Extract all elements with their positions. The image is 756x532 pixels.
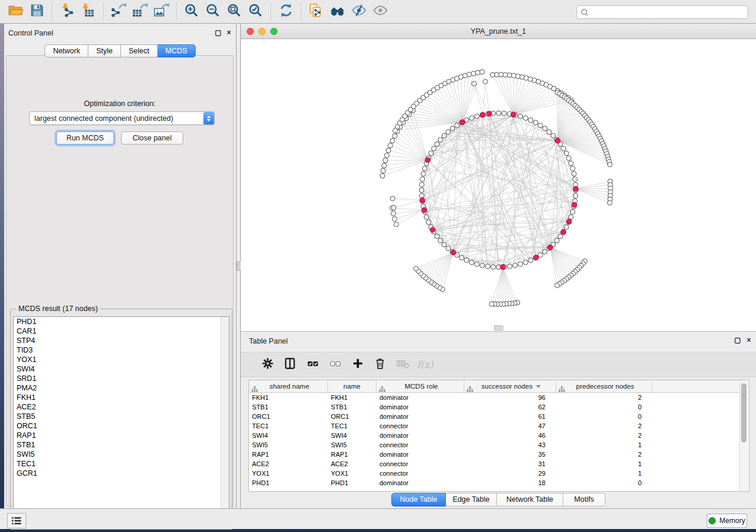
float-icon[interactable]: ▢ [214, 28, 222, 37]
column-header-name[interactable]: name [328, 380, 377, 392]
mcds-node-item[interactable]: SWI5 [14, 450, 229, 459]
cell-name: FKH1 [328, 393, 377, 402]
cell-shared-name: SWI5 [249, 440, 328, 450]
cell-name: ORC1 [328, 412, 377, 421]
cell-successor-nodes: 35 [464, 450, 556, 459]
mcds-list-scrollbar[interactable] [221, 317, 229, 526]
refresh-button[interactable] [275, 2, 296, 22]
tab-mcds[interactable]: MCDS [158, 44, 196, 57]
save-session-button[interactable] [26, 2, 47, 22]
mcds-node-item[interactable]: STB1 [14, 440, 229, 450]
horizontal-splitter-grip[interactable] [494, 325, 503, 331]
table-row[interactable]: TEC1TEC1connector472 [249, 421, 749, 431]
search-network-button[interactable] [327, 2, 348, 22]
cell-successor-nodes: 43 [464, 440, 556, 450]
hide-selected-button[interactable] [348, 2, 369, 22]
open-file-button[interactable] [5, 2, 26, 22]
table-row[interactable]: PHD1PHD1dominator180 [249, 478, 749, 488]
search-box[interactable] [576, 5, 748, 19]
table-row[interactable]: STB1STB1dominator620 [249, 402, 749, 412]
memory-button[interactable]: Memory [707, 514, 747, 528]
float-icon[interactable]: ▢ [733, 336, 742, 344]
cell-mcds-role: dominator [377, 450, 464, 459]
table-scrollbar-thumb[interactable] [741, 383, 747, 443]
cell-shared-name: YOX1 [249, 469, 328, 478]
show-all-icon [372, 3, 388, 20]
zoom-selected-button[interactable] [245, 2, 266, 22]
zoom-fit-button[interactable] [224, 2, 245, 22]
zoom-out-button[interactable] [202, 2, 224, 22]
mcds-node-item[interactable]: ACE2 [14, 402, 229, 412]
export-table-button[interactable] [129, 2, 151, 22]
mcds-node-item[interactable]: TID3 [14, 345, 229, 355]
task-history-button[interactable] [7, 513, 26, 528]
tab-network-table[interactable]: Network Table [497, 493, 563, 507]
column-header-successor-nodes[interactable]: successor nodes [464, 380, 556, 392]
mcds-node-item[interactable]: FKH1 [14, 393, 229, 402]
add-column-button[interactable] [346, 356, 369, 374]
table-row[interactable]: ORC1ORC1dominator610 [249, 412, 749, 421]
table-row[interactable]: FKH1FKH1dominator962 [249, 393, 749, 402]
close-panel-button[interactable]: Close panel [121, 132, 183, 145]
tab-node-table[interactable]: Node Table [391, 493, 446, 507]
export-network-button[interactable] [108, 2, 129, 22]
attributes-gear-button[interactable] [256, 356, 279, 374]
criterion-dropdown[interactable]: largest connected component (undirected) [29, 111, 215, 125]
tab-network[interactable]: Network [44, 44, 88, 57]
mcds-node-item[interactable]: ORC1 [14, 421, 229, 431]
cell-name: STB1 [328, 402, 377, 412]
clone-network-button[interactable] [305, 2, 327, 22]
mcds-node-item[interactable]: STB5 [14, 412, 229, 421]
mcds-node-item[interactable]: RAP1 [14, 431, 229, 440]
export-table-icon [132, 3, 148, 20]
mcds-node-item[interactable]: PHD1 [14, 317, 229, 326]
mcds-result-items: PHD1CAR1STP4TID3YOX1SWI4SRD1PMA2FKH1ACE2… [14, 317, 229, 478]
tab-style[interactable]: Style [88, 44, 121, 57]
table-tabs: Node TableEdge TableNetwork TableMotifs [241, 493, 756, 507]
show-all-button[interactable] [369, 2, 391, 22]
mcds-node-item[interactable]: SWI4 [14, 364, 229, 374]
table-row[interactable]: SWI5SWI5connector431 [249, 440, 749, 450]
table-row[interactable]: SWI4SWI4dominator462 [249, 431, 749, 440]
vertical-splitter[interactable] [237, 24, 241, 508]
tab-select[interactable]: Select [121, 44, 158, 57]
toggle-column-view-button[interactable] [279, 356, 301, 374]
run-mcds-button[interactable]: Run MCDS [56, 132, 114, 145]
zoom-in-button[interactable] [181, 2, 202, 22]
import-network-button[interactable] [56, 2, 78, 22]
mcds-node-item[interactable]: PMA2 [14, 383, 229, 393]
cell-successor-nodes: 47 [464, 421, 556, 431]
delete-column-button[interactable] [369, 356, 391, 374]
tab-motifs[interactable]: Motifs [563, 493, 605, 507]
table-row[interactable]: YOX1YOX1connector291 [249, 469, 749, 478]
mcds-node-item[interactable]: SRD1 [14, 374, 229, 383]
close-icon[interactable]: × [745, 336, 753, 344]
import-table-button[interactable] [78, 2, 99, 22]
tab-edge-table[interactable]: Edge Table [446, 493, 497, 507]
mcds-node-item[interactable]: STP4 [14, 336, 229, 345]
cell-name: TEC1 [328, 421, 377, 431]
column-label: predecessor nodes [576, 383, 634, 390]
delete-table-icon [397, 359, 409, 371]
close-icon[interactable]: × [225, 28, 233, 37]
network-canvas[interactable] [241, 39, 756, 331]
mcds-node-item[interactable]: CAR1 [14, 326, 229, 336]
toolbar-separator [270, 3, 271, 21]
column-header-predecessor-nodes[interactable]: predecessor nodes [556, 380, 652, 392]
table-row[interactable]: RAP1RAP1dominator352 [249, 450, 749, 459]
mcds-node-item[interactable]: TEC1 [14, 459, 229, 469]
mcds-node-item[interactable]: YOX1 [14, 355, 229, 364]
export-image-button[interactable] [151, 2, 172, 22]
mcds-node-item[interactable]: GCR1 [14, 469, 229, 478]
mcds-result-list[interactable]: PHD1CAR1STP4TID3YOX1SWI4SRD1PMA2FKH1ACE2… [13, 316, 229, 527]
deselect-all-checkboxes-button[interactable] [324, 356, 346, 374]
network-window: YPA_prune.txt_1 [241, 24, 756, 331]
select-all-checkboxes-button[interactable] [301, 356, 324, 374]
table-row[interactable]: ACE2ACE2connector311 [249, 459, 749, 469]
table-scrollbar[interactable] [739, 381, 748, 491]
search-input[interactable] [589, 8, 744, 17]
column-header-shared-name[interactable]: shared name [249, 380, 328, 392]
column-header-mcds-role[interactable]: MCDS role [377, 380, 464, 392]
optimization-criterion-label: Optimization criterion: [7, 100, 233, 108]
toolbar-separator [176, 3, 177, 21]
